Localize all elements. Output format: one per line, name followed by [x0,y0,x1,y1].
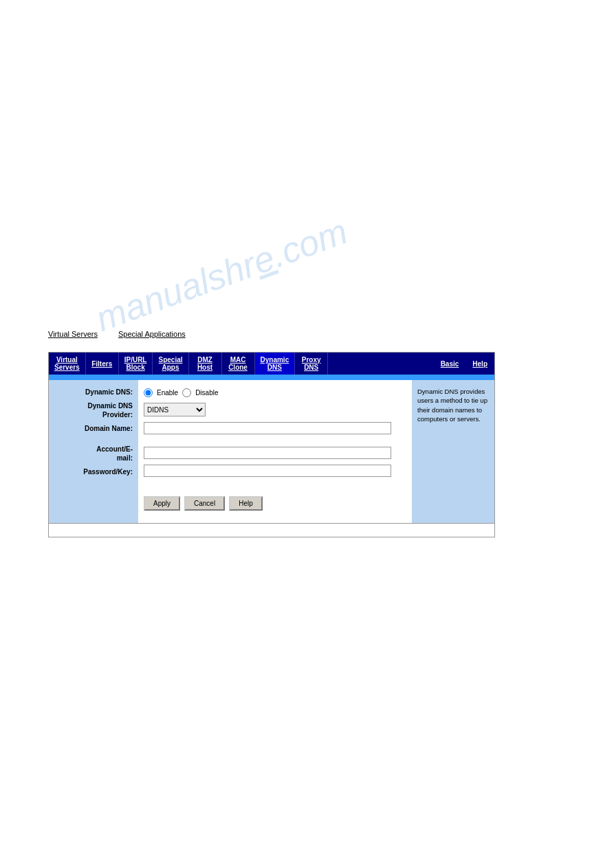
tab-filters[interactable]: Filters [86,353,119,375]
apply-button[interactable]: Apply [144,496,180,511]
help-button[interactable]: Help [229,496,263,511]
label-enable: Enable [157,389,178,397]
help-panel: Dynamic DNS provides users a method to t… [412,380,494,523]
tab-proxy-dns[interactable]: ProxyDNS [295,353,328,375]
label-disable: Disable [195,389,218,397]
input-column: Enable Disable DIDNS DynDNS TZO [138,380,412,523]
bottom-border [49,523,494,537]
label-password: Password/Key: [54,467,133,477]
watermark: manualshre.com [90,210,353,340]
account-row [144,445,406,460]
password-input[interactable] [144,465,391,477]
link-special-apps[interactable]: Special Applications [118,330,186,338]
tab-dmz-host[interactable]: DMZHost [189,353,222,375]
domain-name-row [144,421,406,436]
label-column: Dynamic DNS: Dynamic DNSProvider: Domain… [49,380,138,523]
provider-select-row: DIDNS DynDNS TZO [144,401,406,418]
domain-name-input[interactable] [144,422,391,434]
account-input[interactable] [144,447,391,459]
label-provider: Dynamic DNSProvider: [54,400,133,421]
tab-ipurl-block[interactable]: IP/URLBlock [119,353,153,375]
nav-spacer [328,353,433,375]
tab-help[interactable]: Help [465,353,494,375]
link-virtual-servers[interactable]: Virtual Servers [48,330,98,338]
label-account: Account/E-mail: [54,443,133,464]
top-links-area: Virtual Servers Special Applications [48,330,566,338]
label-dynamic-dns: Dynamic DNS: [54,387,133,397]
nav-tabs-bar: VirtualServers Filters IP/URLBlock Speci… [49,353,494,375]
tab-virtual-servers[interactable]: VirtualServers [49,353,86,375]
password-row [144,463,406,478]
router-config-panel: VirtualServers Filters IP/URLBlock Speci… [48,352,495,537]
tab-special-apps[interactable]: SpecialApps [153,353,188,375]
tab-basic[interactable]: Basic [434,353,466,375]
dynamic-dns-radio-row: Enable Disable [144,387,406,399]
content-area: Dynamic DNS: Dynamic DNSProvider: Domain… [49,380,494,523]
radio-disable[interactable] [182,388,191,397]
tab-mac-clone[interactable]: MACClone [222,353,255,375]
cancel-button[interactable]: Cancel [184,496,225,511]
label-domain-name: Domain Name: [54,423,133,434]
tab-dynamic-dns[interactable]: DynamicDNS [255,353,296,375]
radio-enable[interactable] [144,388,153,397]
sub-nav-bar [49,375,494,380]
provider-select[interactable]: DIDNS DynDNS TZO [144,403,206,416]
buttons-row: Apply Cancel Help [144,488,406,516]
help-text: Dynamic DNS provides users a method to t… [417,388,487,423]
